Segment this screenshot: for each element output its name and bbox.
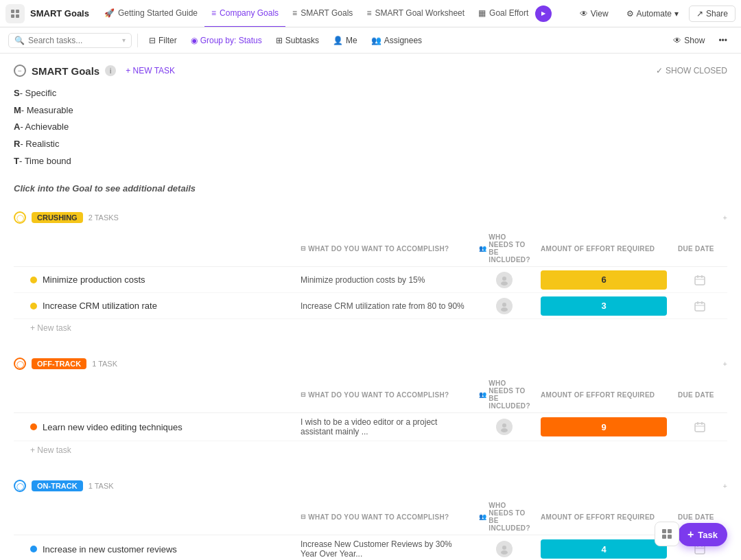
- calendar-icon: [693, 299, 707, 313]
- col-included: 👥 WHO NEEDS TO BE INCLUDED?: [473, 499, 535, 535]
- calendar-icon: [693, 420, 707, 434]
- group-crushing: ◯ CRUSHING 2 TASKS + ⊟ WHAT DO YOU WANT …: [14, 207, 727, 337]
- tab-company-goals[interactable]: ≡ Company Goals: [204, 0, 285, 27]
- task-name: Increase in new customer reviews: [43, 544, 177, 555]
- col-included: 👥 WHO NEEDS TO BE INCLUDED?: [473, 231, 535, 266]
- info-icon[interactable]: i: [105, 65, 116, 76]
- share-button[interactable]: ↗ Share: [689, 5, 736, 22]
- filter-button[interactable]: ⊟ Filter: [143, 33, 183, 48]
- task-included: [473, 268, 535, 292]
- task-name: Increase CRM utilization rate: [43, 301, 157, 311]
- new-task-button[interactable]: + NEW TASK: [121, 65, 179, 77]
- group-on-track: ◯ ON-TRACK 1 TASK + ⊟ WHAT DO YOU WANT T…: [14, 476, 727, 560]
- svg-rect-0: [11, 10, 14, 13]
- group-collapse-crushing[interactable]: ◯: [14, 211, 26, 224]
- group-add-task-on-track[interactable]: +: [723, 482, 727, 490]
- svg-rect-6: [695, 277, 705, 285]
- app-icon: [5, 4, 25, 23]
- task-row[interactable]: Learn new video editing techniques I wis…: [14, 413, 727, 441]
- svg-rect-3: [16, 14, 19, 18]
- automate-button[interactable]: ⚙ Automate ▾: [619, 5, 686, 22]
- subtasks-button[interactable]: ⊞ Subtasks: [270, 33, 325, 48]
- task-accomplish: Minimize production costs by 15%: [295, 271, 473, 289]
- effort-bar: 9: [541, 417, 667, 436]
- svg-point-22: [502, 546, 506, 550]
- task-accomplish: Increase CRM utilization rate from 80 to…: [295, 297, 473, 315]
- show-button[interactable]: 👁 Show: [668, 33, 710, 48]
- svg-rect-41: [668, 529, 672, 533]
- nav-more-button[interactable]: ▸: [535, 5, 552, 22]
- col-due: DUE DATE: [672, 388, 727, 401]
- app-title: SMART Goals: [30, 8, 89, 19]
- task-effort: 6: [535, 268, 672, 292]
- user-avatar: [496, 541, 513, 557]
- nav-tabs: 🚀 Getting Started Guide ≡ Company Goals …: [97, 0, 572, 27]
- smart-r: R- Realistic: [14, 136, 727, 153]
- search-box[interactable]: 🔍 ▾: [8, 33, 132, 48]
- col-headers-off-track: ⊟ WHAT DO YOU WANT TO ACCOMPLISH? 👥 WHO …: [14, 377, 727, 413]
- group-by-button[interactable]: ◉ Group by: Status: [185, 33, 268, 48]
- task-row[interactable]: Increase CRM utilization rate Increase C…: [14, 293, 727, 319]
- grid-icon: [661, 528, 673, 540]
- show-closed-button[interactable]: ✓ SHOW CLOSED: [656, 66, 727, 75]
- main-content: − SMART Goals i + NEW TASK ✓ SHOW CLOSED…: [0, 54, 741, 560]
- tab-goal-effort[interactable]: ▦ Goal Effort: [471, 0, 535, 27]
- view-button[interactable]: 👁 View: [572, 5, 616, 22]
- smart-s: S- Specific: [14, 85, 727, 102]
- svg-point-17: [501, 428, 508, 432]
- group-collapse-on-track[interactable]: ◯: [14, 480, 26, 492]
- col-headers-crushing: ⊟ WHAT DO YOU WANT TO ACCOMPLISH? 👥 WHO …: [14, 231, 727, 267]
- task-due: [672, 417, 727, 436]
- user-avatar: [496, 272, 513, 288]
- task-effort: 3: [535, 294, 672, 318]
- group-add-task-crushing[interactable]: +: [723, 213, 727, 222]
- task-status-dot: [30, 277, 37, 283]
- group-collapse-off-track[interactable]: ◯: [14, 358, 26, 370]
- smart-legend: S- Specific M- Measurable A- Achievable …: [14, 85, 727, 170]
- tab-smart-goals[interactable]: ≡ SMART Goals: [285, 0, 360, 27]
- smart-worksheet-icon: ≡: [366, 8, 371, 18]
- svg-rect-43: [668, 535, 672, 539]
- task-effort: 4: [535, 537, 672, 560]
- svg-rect-24: [695, 546, 705, 554]
- user-avatar: [496, 298, 513, 314]
- search-input[interactable]: [28, 36, 119, 45]
- section-collapse-button[interactable]: −: [14, 65, 26, 77]
- task-row[interactable]: Increase in new customer reviews Increas…: [14, 535, 727, 560]
- effort-bar: 6: [541, 270, 667, 290]
- svg-point-23: [501, 550, 508, 555]
- svg-point-10: [502, 303, 506, 307]
- task-status-dot: [30, 423, 37, 430]
- toolbar-right: 👁 Show •••: [668, 33, 733, 48]
- col-effort: AMOUNT OF EFFORT REQUIRED: [535, 388, 672, 401]
- smart-t: T- Time bound: [14, 153, 727, 170]
- col-task-name: [14, 514, 295, 520]
- task-name-cell: Increase in new customer reviews: [14, 540, 295, 559]
- calendar-icon: [693, 273, 707, 287]
- smart-goals-icon: ≡: [292, 8, 297, 18]
- task-due: [672, 270, 727, 290]
- me-button[interactable]: 👤 Me: [327, 33, 363, 48]
- new-task-row-crushing[interactable]: + New task: [14, 319, 727, 337]
- tab-smart-worksheet[interactable]: ≡ SMART Goal Worksheet: [360, 0, 471, 27]
- subtasks-icon: ⊞: [276, 36, 283, 45]
- new-task-fab[interactable]: + Task: [678, 523, 727, 546]
- svg-point-16: [502, 423, 506, 428]
- svg-point-4: [502, 277, 506, 281]
- assignees-button[interactable]: 👥 Assignees: [366, 33, 427, 48]
- assignees-icon: 👥: [371, 36, 381, 45]
- new-task-row-off-track[interactable]: + New task: [14, 441, 727, 459]
- col-task-name: [14, 246, 295, 251]
- task-row[interactable]: Minimize production costs Minimize produ…: [14, 267, 727, 293]
- group-header-crushing: ◯ CRUSHING 2 TASKS +: [14, 207, 727, 228]
- share-icon: ↗: [696, 9, 703, 19]
- grid-view-button[interactable]: [655, 522, 679, 546]
- more-options-button[interactable]: •••: [713, 33, 733, 48]
- task-status-dot: [30, 546, 37, 552]
- svg-rect-1: [16, 10, 19, 13]
- task-name-cell: Minimize production costs: [14, 270, 295, 289]
- group-add-task-off-track[interactable]: +: [723, 360, 727, 368]
- tab-getting-started[interactable]: 🚀 Getting Started Guide: [97, 0, 204, 27]
- task-accomplish: I wish to be a video editor or a project…: [295, 413, 473, 441]
- task-accomplish: Increase New Customer Reviews by 30% Yea…: [295, 535, 473, 560]
